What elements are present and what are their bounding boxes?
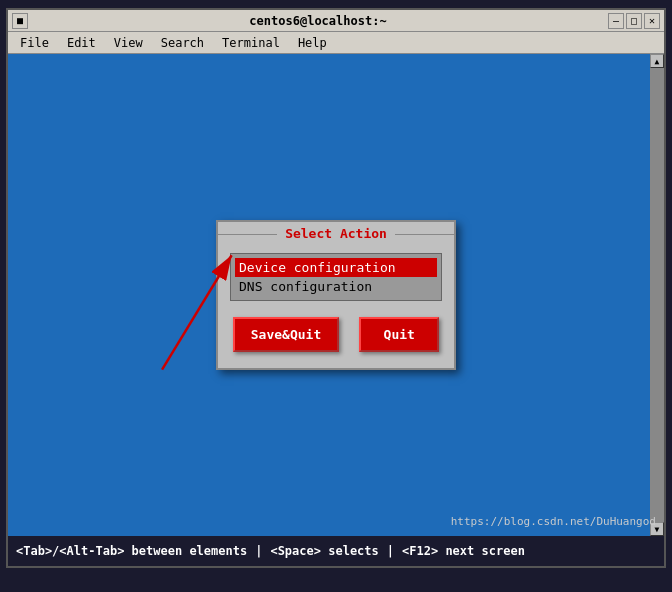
dialog-title: Select Action xyxy=(277,226,395,241)
select-action-dialog: Select Action Device configuration DNS c… xyxy=(216,220,456,370)
dialog-buttons: Save&Quit Quit xyxy=(230,317,442,352)
window-title: centos6@localhost:~ xyxy=(28,14,608,28)
menu-terminal[interactable]: Terminal xyxy=(214,34,288,52)
status-f12-hint: <F12> next screen xyxy=(402,544,525,558)
menu-help[interactable]: Help xyxy=(290,34,335,52)
status-space-hint: <Space> selects xyxy=(270,544,378,558)
watermark: https://blog.csdn.net/DuHuangod xyxy=(451,515,656,528)
status-divider-2: | xyxy=(387,544,394,558)
scrollbar[interactable]: ▲ ▼ xyxy=(650,54,664,536)
dialog-titlebar: Select Action xyxy=(218,222,454,245)
save-quit-button[interactable]: Save&Quit xyxy=(233,317,339,352)
window-controls: – □ ✕ xyxy=(608,13,660,29)
menu-edit[interactable]: Edit xyxy=(59,34,104,52)
close-button[interactable]: ✕ xyxy=(644,13,660,29)
status-tab-hint: <Tab>/<Alt-Tab> between elements xyxy=(16,544,247,558)
quit-button[interactable]: Quit xyxy=(359,317,439,352)
menu-file[interactable]: File xyxy=(12,34,57,52)
list-item-dns-config[interactable]: DNS configuration xyxy=(235,277,437,296)
statusbar: <Tab>/<Alt-Tab> between elements | <Spac… xyxy=(8,536,664,566)
menu-search[interactable]: Search xyxy=(153,34,212,52)
terminal-body: ▲ ▼ Select Action Device configuration D… xyxy=(8,54,664,536)
list-item-device-config[interactable]: Device configuration xyxy=(235,258,437,277)
action-list: Device configuration DNS configuration xyxy=(230,253,442,301)
scroll-track[interactable] xyxy=(650,68,664,522)
terminal-window: ■ centos6@localhost:~ – □ ✕ File Edit Vi… xyxy=(6,8,666,568)
window-menu-icon[interactable]: ■ xyxy=(12,13,28,29)
titlebar: ■ centos6@localhost:~ – □ ✕ xyxy=(8,10,664,32)
menu-view[interactable]: View xyxy=(106,34,151,52)
scroll-up-arrow[interactable]: ▲ xyxy=(650,54,664,68)
minimize-button[interactable]: – xyxy=(608,13,624,29)
dialog-content: Device configuration DNS configuration S… xyxy=(218,245,454,368)
status-divider-1: | xyxy=(255,544,262,558)
menubar: File Edit View Search Terminal Help xyxy=(8,32,664,54)
maximize-button[interactable]: □ xyxy=(626,13,642,29)
